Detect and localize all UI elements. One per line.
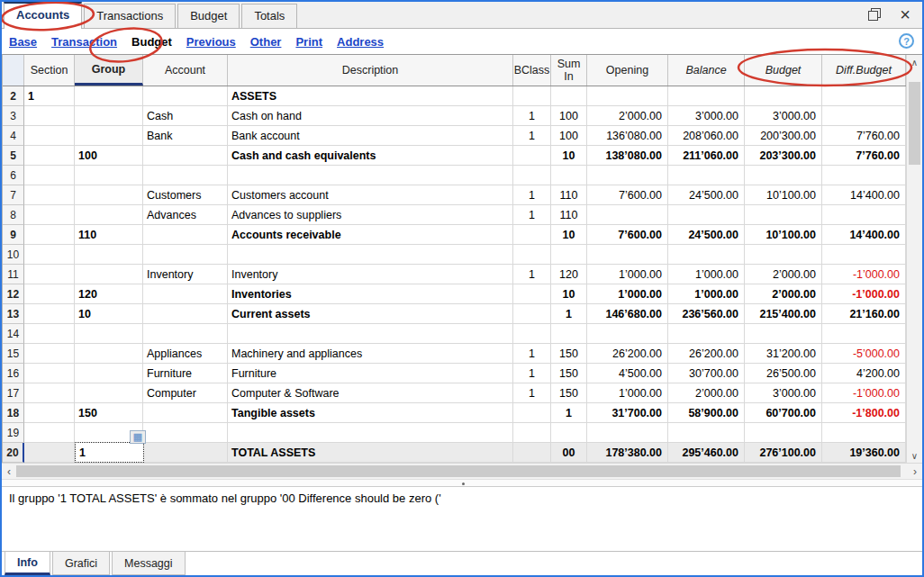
view-link-print[interactable]: Print — [295, 35, 322, 49]
cell-description[interactable]: Tangible assets — [228, 403, 513, 423]
cell-section[interactable] — [24, 324, 75, 344]
cell-description[interactable]: Computer & Software — [228, 383, 513, 403]
cell-opening[interactable] — [587, 423, 668, 443]
column-header-diff_budget[interactable]: Diff.Budget — [822, 55, 906, 86]
row-number[interactable]: 9 — [3, 225, 24, 245]
row-number[interactable]: 11 — [3, 265, 24, 284]
cell-diff_budget[interactable] — [822, 423, 906, 443]
scroll-down-icon[interactable]: ∨ — [907, 448, 922, 464]
cell-section[interactable] — [24, 443, 75, 463]
column-header-opening[interactable]: Opening — [587, 55, 668, 86]
cell-section[interactable] — [24, 166, 75, 185]
cell-description[interactable]: Inventories — [228, 284, 513, 304]
cell-sum_in[interactable]: 110 — [551, 185, 587, 205]
cell-balance[interactable]: 30’700.00 — [668, 364, 745, 383]
scroll-right-icon[interactable]: › — [908, 464, 922, 479]
cell-sum_in[interactable]: 1 — [551, 403, 587, 423]
cell-sum_in[interactable]: 100 — [551, 106, 587, 126]
cell-bclass[interactable] — [513, 86, 551, 106]
cell-account[interactable] — [143, 245, 228, 265]
cell-description[interactable]: Current assets — [228, 304, 513, 324]
cell-section[interactable] — [24, 383, 75, 403]
cell-description[interactable]: Bank account — [228, 126, 513, 146]
cell-opening[interactable]: 31’700.00 — [587, 403, 668, 423]
cell-sum_in[interactable]: 10 — [551, 225, 587, 245]
cell-account[interactable]: Appliances — [143, 344, 228, 364]
cell-opening[interactable]: 1’000.00 — [587, 383, 668, 403]
cell-sum_in[interactable] — [551, 166, 587, 185]
restore-button[interactable] — [861, 4, 888, 25]
cell-diff_budget[interactable] — [822, 245, 906, 265]
cell-balance[interactable]: 236’560.00 — [668, 304, 745, 324]
cell-budget[interactable]: 31’200.00 — [745, 344, 822, 364]
scroll-up-icon[interactable]: ∧ — [907, 55, 922, 70]
cell-sum_in[interactable]: 150 — [551, 364, 587, 383]
cell-budget[interactable]: 2’000.00 — [745, 284, 822, 304]
cell-section[interactable] — [24, 284, 75, 304]
view-link-other[interactable]: Other — [250, 35, 282, 49]
column-header-budget[interactable]: Budget — [745, 55, 822, 86]
cell-section[interactable] — [24, 403, 75, 423]
row-number[interactable]: 14 — [3, 324, 24, 344]
cell-diff_budget[interactable] — [822, 324, 906, 344]
tab-budget[interactable]: Budget — [177, 4, 240, 28]
cell-group[interactable] — [75, 126, 143, 146]
view-link-previous[interactable]: Previous — [186, 35, 236, 49]
cell-opening[interactable] — [587, 245, 668, 265]
cell-sum_in[interactable]: 120 — [551, 265, 587, 284]
cell-section[interactable] — [24, 364, 75, 383]
cell-bclass[interactable] — [513, 245, 551, 265]
cell-opening[interactable]: 4’500.00 — [587, 364, 668, 383]
cell-bclass[interactable] — [513, 443, 551, 463]
cell-balance[interactable] — [668, 86, 745, 106]
row-number[interactable]: 7 — [3, 185, 24, 205]
panel-tab-info[interactable]: Info — [5, 552, 50, 575]
cell-bclass[interactable]: 1 — [513, 344, 551, 364]
cell-opening[interactable] — [587, 205, 668, 225]
cell-account[interactable]: Customers — [143, 185, 228, 205]
cell-section[interactable] — [24, 205, 75, 225]
cell-group[interactable] — [75, 324, 143, 344]
cell-balance[interactable]: 58’900.00 — [668, 403, 745, 423]
cell-account[interactable] — [143, 423, 228, 443]
cell-sum_in[interactable] — [551, 86, 587, 106]
cell-group[interactable] — [75, 86, 143, 106]
close-button[interactable]: × — [892, 4, 919, 25]
cell-account[interactable] — [143, 324, 228, 344]
row-number[interactable]: 8 — [3, 205, 24, 225]
cell-account[interactable]: Bank — [143, 126, 228, 146]
cell-budget[interactable] — [745, 86, 822, 106]
cell-budget[interactable] — [745, 324, 822, 344]
cell-sum_in[interactable]: 10 — [551, 284, 587, 304]
cell-description[interactable]: Inventory — [228, 265, 513, 284]
view-link-transaction[interactable]: Transaction — [51, 35, 117, 49]
cell-description[interactable]: Machinery and appliances — [228, 344, 513, 364]
cell-edit-field[interactable]: 1 — [75, 442, 144, 463]
cell-group[interactable] — [75, 205, 143, 225]
row-number[interactable]: 2 — [3, 86, 24, 106]
row-number[interactable]: 13 — [3, 304, 24, 324]
tab-accounts[interactable]: Accounts — [4, 2, 82, 29]
row-number[interactable]: 3 — [3, 106, 24, 126]
row-number[interactable]: 15 — [3, 344, 24, 364]
cell-balance[interactable]: 3’000.00 — [668, 106, 745, 126]
cell-sum_in[interactable] — [551, 423, 587, 443]
cell-description[interactable]: Customers account — [228, 185, 513, 205]
cell-sum_in[interactable] — [551, 245, 587, 265]
cell-section[interactable] — [24, 344, 75, 364]
row-number[interactable]: 16 — [3, 364, 24, 383]
cell-account[interactable]: Inventory — [143, 265, 228, 284]
cell-section[interactable] — [24, 423, 75, 443]
cell-bclass[interactable]: 1 — [513, 364, 551, 383]
cell-budget[interactable]: 3’000.00 — [745, 106, 822, 126]
cell-balance[interactable]: 24’500.00 — [668, 225, 745, 245]
cell-balance[interactable]: 24’500.00 — [668, 185, 745, 205]
cell-budget[interactable]: 10’100.00 — [745, 185, 822, 205]
cell-bclass[interactable] — [513, 225, 551, 245]
cell-budget[interactable] — [745, 166, 822, 185]
cell-budget[interactable]: 215’400.00 — [745, 304, 822, 324]
cell-budget[interactable]: 10’100.00 — [745, 225, 822, 245]
view-link-budget[interactable]: Budget — [131, 35, 172, 49]
cell-account[interactable] — [143, 443, 228, 463]
cell-sum_in[interactable]: 00 — [551, 443, 587, 463]
